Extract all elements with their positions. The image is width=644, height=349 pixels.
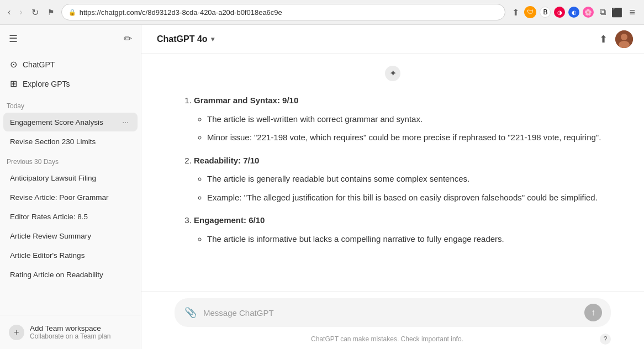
sidebar: ☰ ✏ ⊙ ChatGPT ⊞ Explore GPTs Today Engag… xyxy=(0,25,141,349)
sidebar-explore-label: Explore GPTs xyxy=(23,80,70,88)
downloads-icon[interactable]: ⬛ xyxy=(611,7,622,18)
sidebar-footer: + Add Team workspace Collaborate on a Te… xyxy=(0,315,141,349)
chat-messages: ✦ Grammar and Syntax: 9/10 The article i… xyxy=(141,54,644,291)
browser-menu-button[interactable]: ≡ xyxy=(626,6,638,19)
item-3-title: Engagement: 6/10 xyxy=(194,215,265,225)
list-item: The article is generally readable but co… xyxy=(207,172,603,186)
lock-icon: 🔒 xyxy=(68,9,76,16)
share-icon[interactable]: ⬆ xyxy=(510,7,521,18)
add-team-icon: + xyxy=(9,325,24,340)
message-body: Grammar and Syntax: 9/10 The article is … xyxy=(183,93,603,246)
engagement-chat-label: Engagement Score Analysis xyxy=(10,118,120,126)
sidebar-nav: ⊙ ChatGPT ⊞ Explore GPTs xyxy=(0,52,141,96)
sidebar-chat-revise-grammar[interactable]: Revise Article: Poor Grammar ··· xyxy=(3,188,138,207)
footer-note-bar: ChatGPT can make mistakes. Check importa… xyxy=(141,331,644,349)
footer-note-text: ChatGPT can make mistakes. Check importa… xyxy=(311,335,463,343)
chatgpt-logo-icon: ⊙ xyxy=(10,59,17,70)
list-item: Minor issue: "221-198 vote, which requir… xyxy=(207,130,603,145)
rating-readability-label: Rating Article on Readability xyxy=(10,271,120,279)
team-workspace-sublabel: Collaborate on a Team plan xyxy=(30,332,111,340)
item-2-title: Readability: 7/10 xyxy=(194,156,259,165)
bookmark-button[interactable]: ⚑ xyxy=(45,6,57,19)
item-2-bullet-2: Example: "The alleged justification for … xyxy=(207,193,598,202)
item-1-title: Grammar and Syntax: 9/10 xyxy=(194,96,298,105)
editor-rates-label: Editor Rates Article: 8.5 xyxy=(10,213,120,221)
revise230-chat-label: Revise Section 230 Limits xyxy=(10,138,120,146)
explore-gpts-icon: ⊞ xyxy=(10,78,17,89)
sidebar-chatgpt-label: ChatGPT xyxy=(23,60,55,69)
reload-button[interactable]: ↻ xyxy=(29,5,41,20)
brave-shield-icon[interactable]: 🛡 xyxy=(524,6,536,18)
help-button[interactable]: ? xyxy=(600,334,611,345)
extension-icon-3[interactable]: 🌸 xyxy=(583,7,594,18)
team-workspace-label: Add Team workspace xyxy=(30,324,111,332)
sidebar-item-explore-gpts[interactable]: ⊞ Explore GPTs xyxy=(4,74,136,93)
extension-icon-1[interactable]: ◑ xyxy=(554,7,565,18)
item-1-bullet-2: Minor issue: "221-198 vote, which requir… xyxy=(207,133,601,142)
browser-chrome: ‹ › ↻ ⚑ 🔒 https://chatgpt.com/c/8d9312d3… xyxy=(0,0,644,25)
lawsuit-label: Anticipatory Lawsuit Filing xyxy=(10,174,120,182)
today-label: Today xyxy=(0,96,141,112)
forward-button[interactable]: › xyxy=(17,5,24,19)
input-box: 📎 ↑ xyxy=(175,298,611,327)
item-2-bullet-1: The article is generally readable but co… xyxy=(207,174,469,183)
item-3-bullet-1: The article is informative but lacks a c… xyxy=(207,234,504,244)
article-review-label: Article Review Summary xyxy=(10,232,120,240)
list-item: Grammar and Syntax: 9/10 The article is … xyxy=(194,93,603,145)
address-bar[interactable]: 🔒 https://chatgpt.com/c/8d9312d3-8cda-42… xyxy=(61,4,506,20)
model-name: ChatGPT 4o xyxy=(157,34,208,44)
sidebar-item-chatgpt[interactable]: ⊙ ChatGPT xyxy=(4,55,136,74)
brave-logo-icon[interactable]: B xyxy=(540,7,551,18)
send-button[interactable]: ↑ xyxy=(584,304,602,321)
extensions-btn[interactable]: ⧉ xyxy=(597,7,608,18)
model-selector[interactable]: ChatGPT 4o ▾ xyxy=(152,32,219,46)
chat-input-area: 📎 ↑ xyxy=(141,291,644,331)
user-avatar[interactable] xyxy=(615,30,633,48)
chat-header: ChatGPT 4o ▾ ⬆ xyxy=(141,25,644,54)
revise-grammar-label: Revise Article: Poor Grammar xyxy=(10,193,120,202)
new-chat-button[interactable]: ✏ xyxy=(122,30,134,47)
list-item: Readability: 7/10 The article is general… xyxy=(194,154,603,205)
attach-button[interactable]: 📎 xyxy=(183,305,198,320)
help-icon: ? xyxy=(604,335,608,343)
main-content: ChatGPT 4o ▾ ⬆ ✦ xyxy=(141,25,644,349)
share-button[interactable]: ⬆ xyxy=(597,31,610,47)
list-item: Example: "The alleged justification for … xyxy=(207,191,603,205)
prev30-label: Previous 30 Days xyxy=(0,151,141,168)
list-item: The article is informative but lacks a c… xyxy=(207,232,603,246)
add-team-workspace-button[interactable]: + Add Team workspace Collaborate on a Te… xyxy=(7,321,134,343)
sidebar-chat-engagement[interactable]: Engagement Score Analysis ··· xyxy=(3,113,138,131)
list-item: Engagement: 6/10 The article is informat… xyxy=(194,213,603,246)
editor-ratings-label: Article Editor's Ratings xyxy=(10,251,120,260)
chevron-down-icon: ▾ xyxy=(211,35,214,43)
item-1-bullet-1: The article is well-written with correct… xyxy=(207,114,423,124)
sidebar-chat-lawsuit[interactable]: Anticipatory Lawsuit Filing ··· xyxy=(3,168,138,187)
sidebar-chat-editor-rates[interactable]: Editor Rates Article: 8.5 ··· xyxy=(3,207,138,226)
list-item: The article is well-written with correct… xyxy=(207,112,603,126)
sidebar-chat-rating-readability[interactable]: Rating Article on Readability ··· xyxy=(3,265,138,284)
sidebar-chat-article-review[interactable]: Article Review Summary ··· xyxy=(3,226,138,245)
svg-text:✦: ✦ xyxy=(389,68,397,78)
svg-point-1 xyxy=(621,34,627,40)
sidebar-chat-editor-ratings[interactable]: Article Editor's Ratings ··· xyxy=(3,246,138,265)
sidebar-chat-revise230[interactable]: Revise Section 230 Limits ··· xyxy=(3,132,138,151)
message-input[interactable] xyxy=(203,308,579,318)
extension-icon-2[interactable]: ◐ xyxy=(568,7,579,18)
url-text: https://chatgpt.com/c/8d9312d3-8cda-420a… xyxy=(80,8,499,17)
gpt-logo: ✦ xyxy=(175,65,611,82)
engagement-more-button[interactable]: ··· xyxy=(120,117,131,128)
back-button[interactable]: ‹ xyxy=(6,5,13,19)
sidebar-toggle-button[interactable]: ☰ xyxy=(7,30,20,47)
